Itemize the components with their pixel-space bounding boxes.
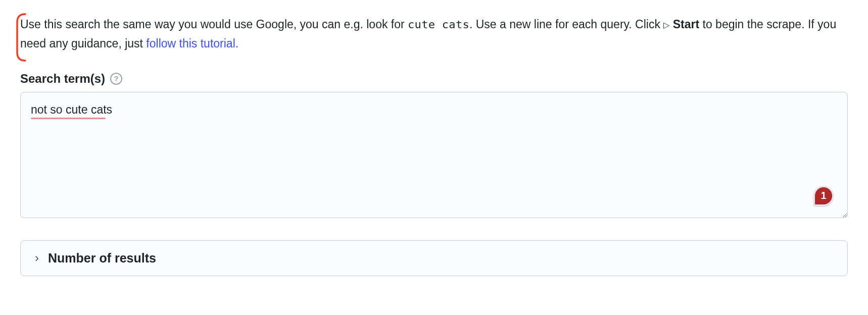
- instruction-part2: . Use a new line for each query. Click: [469, 18, 663, 31]
- chevron-right-icon: ›: [35, 252, 39, 264]
- play-icon: ▷: [663, 19, 669, 32]
- search-textarea-wrap: 1: [20, 92, 848, 220]
- search-terms-input[interactable]: [20, 92, 848, 218]
- number-of-results-accordion[interactable]: › Number of results: [20, 240, 848, 276]
- accordion-label: Number of results: [48, 251, 156, 266]
- start-label: Start: [669, 18, 699, 31]
- count-badge[interactable]: 1: [813, 186, 834, 206]
- instruction-text: Use this search the same way you would u…: [20, 15, 848, 54]
- tutorial-link[interactable]: follow this tutorial.: [146, 37, 238, 50]
- search-terms-label: Search term(s): [20, 72, 105, 86]
- badge-number: 1: [821, 190, 826, 201]
- instruction-code-example: cute cats: [408, 18, 469, 31]
- search-label-row: Search term(s) ?: [20, 72, 848, 86]
- instruction-part1: Use this search the same way you would u…: [20, 18, 408, 31]
- help-icon[interactable]: ?: [110, 73, 122, 85]
